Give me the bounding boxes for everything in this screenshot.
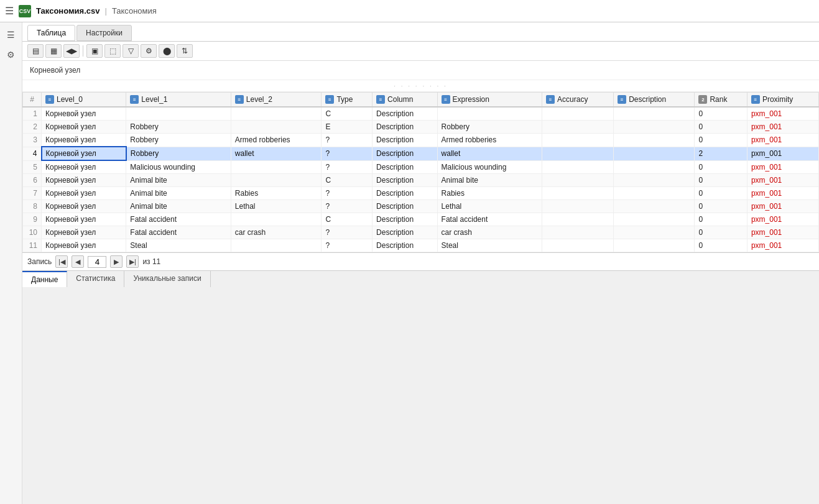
cell-r3-c1[interactable]: Корневой узел	[42, 147, 126, 160]
toolbar-color-btn[interactable]: ⬤	[159, 44, 175, 58]
cell-r3-c3[interactable]: wallet	[231, 147, 322, 160]
cell-r9-c10[interactable]: pxm_001	[747, 226, 818, 239]
cell-r5-c7[interactable]	[542, 174, 614, 187]
cell-r6-c9[interactable]: 0	[695, 187, 747, 200]
cell-r3-c7[interactable]	[542, 147, 614, 160]
cell-r8-c2[interactable]: Fatal accident	[126, 213, 231, 226]
cell-r9-c5[interactable]: Description	[372, 226, 438, 239]
col-header-type[interactable]: ≡Type	[322, 93, 372, 108]
nav-first-button[interactable]: |◀	[55, 255, 68, 268]
cell-r2-c6[interactable]: Armed robberies	[437, 134, 542, 147]
cell-r3-c10[interactable]: pxm_001	[747, 147, 818, 160]
table-row[interactable]: 2Корневой узелRobberyEDescriptionRobbery…	[23, 121, 819, 134]
cell-r2-c4[interactable]: ?	[322, 134, 372, 147]
cell-r9-c9[interactable]: 0	[695, 226, 747, 239]
cell-r5-c8[interactable]	[614, 174, 695, 187]
nav-prev-button[interactable]: ◀	[72, 255, 84, 268]
cell-r3-c5[interactable]: Description	[372, 147, 438, 160]
cell-r10-c1[interactable]: Корневой узел	[42, 239, 126, 252]
cell-r5-c0[interactable]: 6	[23, 174, 42, 187]
cell-r9-c7[interactable]	[542, 226, 614, 239]
cell-r4-c10[interactable]: pxm_001	[747, 160, 818, 174]
cell-r1-c6[interactable]: Robbery	[437, 121, 542, 134]
table-row[interactable]: 3Корневой узелRobberyArmed robberies?Des…	[23, 134, 819, 147]
col-header-expression[interactable]: ≡Expression	[437, 93, 542, 108]
cell-r0-c3[interactable]	[231, 107, 322, 121]
toolbar-settings-btn[interactable]: ⚙	[141, 44, 157, 58]
cell-r0-c4[interactable]: C	[322, 107, 372, 121]
cell-r7-c0[interactable]: 8	[23, 200, 42, 213]
cell-r10-c6[interactable]: Steal	[437, 239, 542, 252]
cell-r3-c0[interactable]: 4	[23, 147, 42, 160]
col-header-level0[interactable]: ≡Level_0	[42, 93, 126, 108]
table-row[interactable]: 9Корневой узелFatal accidentCDescription…	[23, 213, 819, 226]
cell-r6-c3[interactable]: Rabies	[231, 187, 322, 200]
cell-r0-c7[interactable]	[542, 107, 614, 121]
toolbar-filter-btn[interactable]: ▽	[123, 44, 139, 58]
cell-r2-c1[interactable]: Корневой узел	[42, 134, 126, 147]
cell-r2-c7[interactable]	[542, 134, 614, 147]
cell-r4-c9[interactable]: 0	[695, 160, 747, 174]
toolbar-add-col-btn[interactable]: ▣	[86, 44, 103, 58]
cell-r10-c9[interactable]: 0	[695, 239, 747, 252]
cell-r7-c8[interactable]	[614, 200, 695, 213]
cell-r7-c1[interactable]: Корневой узел	[42, 200, 126, 213]
cell-r6-c7[interactable]	[542, 187, 614, 200]
cell-r10-c0[interactable]: 11	[23, 239, 42, 252]
cell-r3-c4[interactable]: ?	[322, 147, 372, 160]
cell-r7-c5[interactable]: Description	[372, 200, 438, 213]
toolbar-sort-btn[interactable]: ⇅	[177, 44, 193, 58]
cell-r0-c10[interactable]: pxm_001	[747, 107, 818, 121]
col-header-accuracy[interactable]: ≡Accuracy	[542, 93, 614, 108]
cell-r0-c9[interactable]: 0	[695, 107, 747, 121]
col-header-description[interactable]: ≡Description	[614, 93, 695, 108]
table-row[interactable]: 7Корневой узелAnimal biteRabies?Descript…	[23, 187, 819, 200]
cell-r7-c6[interactable]: Lethal	[437, 200, 542, 213]
toolbar-expand-btn[interactable]: ◀▶	[63, 44, 80, 58]
cell-r1-c10[interactable]: pxm_001	[747, 121, 818, 134]
cell-r10-c5[interactable]: Description	[372, 239, 438, 252]
cell-r10-c3[interactable]	[231, 239, 322, 252]
cell-r10-c8[interactable]	[614, 239, 695, 252]
cell-r0-c0[interactable]: 1	[23, 107, 42, 121]
cell-r1-c8[interactable]	[614, 121, 695, 134]
cell-r8-c6[interactable]: Fatal accident	[437, 213, 542, 226]
cell-r8-c5[interactable]: Description	[372, 213, 438, 226]
cell-r9-c6[interactable]: car crash	[437, 226, 542, 239]
bottom-tab-Статистика[interactable]: Статистика	[67, 271, 124, 287]
cell-r9-c4[interactable]: ?	[322, 226, 372, 239]
cell-r0-c1[interactable]: Корневой узел	[42, 107, 126, 121]
col-header-level2[interactable]: ≡Level_2	[231, 93, 322, 108]
settings-icon[interactable]: ⚙	[4, 47, 17, 62]
cell-r8-c4[interactable]: C	[322, 213, 372, 226]
menu-icon[interactable]: ☰	[5, 5, 14, 17]
cell-r6-c4[interactable]: ?	[322, 187, 372, 200]
cell-r9-c3[interactable]: car crash	[231, 226, 322, 239]
cell-r7-c9[interactable]: 0	[695, 200, 747, 213]
cell-r10-c2[interactable]: Steal	[126, 239, 231, 252]
cell-r5-c2[interactable]: Animal bite	[126, 174, 231, 187]
nav-last-button[interactable]: ▶|	[126, 255, 139, 268]
cell-r4-c0[interactable]: 5	[23, 160, 42, 174]
cell-r4-c1[interactable]: Корневой узел	[42, 160, 126, 174]
cell-r1-c1[interactable]: Корневой узел	[42, 121, 126, 134]
toolbar-show-all-btn[interactable]: ▤	[27, 44, 44, 58]
cell-r1-c2[interactable]: Robbery	[126, 121, 231, 134]
cell-r10-c7[interactable]	[542, 239, 614, 252]
nav-next-button[interactable]: ▶	[110, 255, 123, 268]
cell-r2-c10[interactable]: pxm_001	[747, 134, 818, 147]
cell-r8-c7[interactable]	[542, 213, 614, 226]
cell-r5-c10[interactable]: pxm_001	[747, 174, 818, 187]
cell-r1-c0[interactable]: 2	[23, 121, 42, 134]
col-header-column[interactable]: ≡Column	[372, 93, 438, 108]
cell-r6-c6[interactable]: Rabies	[437, 187, 542, 200]
cell-r3-c8[interactable]	[614, 147, 695, 160]
cell-r0-c2[interactable]	[126, 107, 231, 121]
cell-r1-c4[interactable]: E	[322, 121, 372, 134]
cell-r8-c9[interactable]: 0	[695, 213, 747, 226]
col-header-proximity[interactable]: ≡Proximity	[747, 93, 818, 108]
cell-r2-c8[interactable]	[614, 134, 695, 147]
tab-настройки[interactable]: Настройки	[76, 25, 132, 41]
cell-r4-c7[interactable]	[542, 160, 614, 174]
cell-r8-c3[interactable]	[231, 213, 322, 226]
